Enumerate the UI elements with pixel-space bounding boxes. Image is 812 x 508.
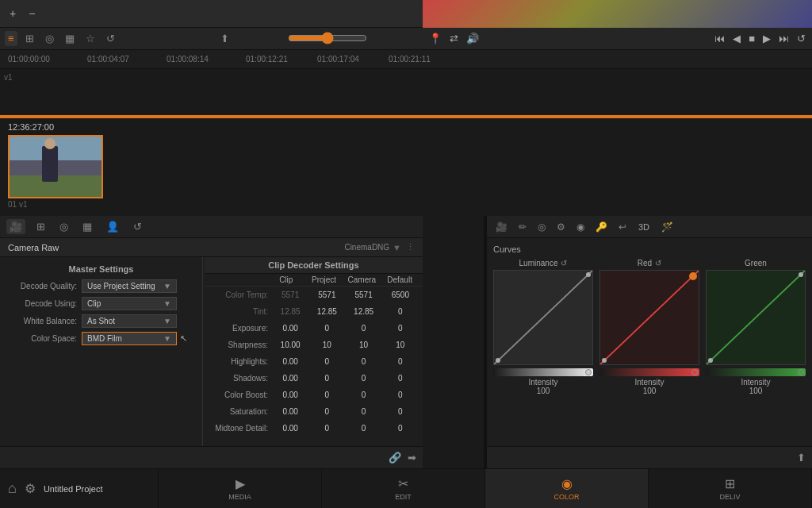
rp-3d-label[interactable]: 3D [635, 222, 653, 232]
decode-quality-dropdown[interactable]: Use Project Setting ▼ [82, 279, 177, 293]
timeline-icon-list[interactable]: ≡ [5, 31, 17, 46]
playhead-toolbar: 📍 ⇄ 🔊 ⏮ ◀ ■ ▶ ⏭ ↺ [423, 28, 812, 50]
cinema-dng-label: CinemaDNG [344, 243, 389, 252]
right-panel-icons: 🎥 ✏ ◎ ⚙ ◉ 🔑 ↩ 3D 🪄 [487, 216, 812, 238]
highlights-row: Highlights: 0.00 0 0 0 [205, 353, 423, 370]
panel-icon-person[interactable]: 👤 [103, 219, 122, 234]
rp-icon-pencil[interactable]: ✏ [516, 220, 529, 234]
color-temp-camera: 5571 [346, 291, 382, 299]
corner-dot-tr[interactable] [586, 272, 591, 277]
tint-default: 0 [382, 307, 419, 316]
exposure-default: 0 [382, 324, 419, 333]
tab-media[interactable]: ▶ MEDIA [159, 469, 322, 508]
luminance-slider[interactable] [493, 368, 593, 376]
green-corner-tr[interactable] [799, 272, 803, 277]
luminance-slider-handle[interactable] [585, 369, 592, 375]
tab-edit[interactable]: ✂ EDIT [322, 469, 485, 508]
play-button[interactable]: ▶ [763, 33, 771, 44]
rp-icon-hue[interactable]: ◎ [535, 220, 548, 234]
rp-icon-camera[interactable]: 🎥 [493, 220, 510, 234]
rp-icon-key[interactable]: 🔑 [593, 220, 610, 234]
highlights-default: 0 [382, 357, 419, 366]
col-camera: Camera [343, 275, 381, 284]
back-button[interactable]: ◀ [733, 33, 741, 44]
pin-button[interactable]: 📍 [429, 33, 442, 44]
home-button[interactable]: ⌂ [8, 480, 17, 497]
right-upload-icon[interactable]: ⬆ [797, 452, 806, 464]
red-slider-handle[interactable] [691, 369, 698, 375]
red-corner-bl[interactable] [602, 358, 607, 363]
panel-icon-bars[interactable]: ▦ [79, 219, 95, 234]
color-space-dropdown-btn[interactable]: BMD Film ▼ [82, 332, 177, 345]
green-curve-box: Green Intensity 100 [706, 259, 806, 395]
track-area: 12:36:27:00 01 v1 v1 [0, 69, 812, 216]
luminance-canvas[interactable] [493, 270, 593, 365]
panel-icon-refresh[interactable]: ↺ [130, 219, 145, 234]
red-slider[interactable] [599, 368, 699, 376]
panel-icon-camera[interactable]: 🎥 [6, 219, 25, 234]
color-temp-default: 6500 [382, 291, 419, 299]
rp-icon-magic[interactable]: 🪄 [659, 220, 676, 234]
saturation-camera: 0 [346, 407, 382, 416]
panel-link-icon[interactable]: 🔗 [389, 452, 401, 464]
green-canvas[interactable] [706, 270, 806, 365]
corner-dot-bl[interactable] [496, 358, 500, 363]
preview-area [423, 0, 812, 28]
timeline-icon-upload[interactable]: ⬆ [217, 31, 232, 46]
minus-button[interactable]: − [25, 6, 38, 21]
panel-arrow-icon[interactable]: ➡ [408, 452, 416, 464]
skip-fwd-button[interactable]: ⏭ [779, 33, 789, 44]
green-slider-handle[interactable] [798, 369, 804, 375]
green-corner-bl[interactable] [708, 358, 713, 363]
stop-button[interactable]: ■ [749, 33, 755, 44]
red-canvas[interactable] [599, 270, 699, 365]
rp-icon-circle[interactable]: ◉ [574, 220, 587, 234]
tint-project: 12.85 [308, 307, 345, 316]
bottom-left-controls: ⌂ ⚙ Untitled Project [0, 469, 159, 508]
exposure-clip: 0.00 [272, 324, 308, 333]
tab-deliver[interactable]: ⊞ DELIV [649, 469, 812, 508]
luminance-reset[interactable]: ↺ [561, 259, 567, 267]
sharpness-default: 10 [382, 341, 419, 349]
tab-deliver-icon: ⊞ [725, 476, 735, 491]
timeline-icon-bar[interactable]: ▦ [62, 31, 78, 46]
volume-button[interactable]: 🔊 [466, 33, 479, 44]
panel-icon-clock[interactable]: ◎ [56, 219, 71, 234]
svg-line-1 [600, 271, 699, 364]
rp-icon-settings[interactable]: ⚙ [554, 220, 568, 234]
panel-icon-grid[interactable]: ⊞ [33, 219, 48, 234]
tab-color[interactable]: ◉ COLOR [485, 469, 649, 508]
tab-edit-icon: ✂ [398, 476, 408, 491]
decode-using-dropdown[interactable]: Clip ▼ [82, 297, 177, 310]
timeline-icon-circle[interactable]: ◎ [42, 31, 57, 46]
tc-0: 01:00:00:00 [8, 55, 50, 64]
preview-thumbnail [423, 0, 812, 28]
rp-icon-arrow[interactable]: ↩ [616, 220, 629, 234]
red-reset[interactable]: ↺ [655, 259, 661, 267]
exposure-label: Exposure: [209, 324, 272, 333]
skip-back-button[interactable]: ⏮ [714, 33, 725, 44]
highlights-camera: 0 [346, 357, 382, 366]
red-intensity-val: 100 [599, 387, 699, 395]
white-balance-dropdown[interactable]: As Shot ▼ [82, 314, 177, 328]
timeline-scrubber[interactable] [288, 32, 367, 44]
settings-button[interactable]: ⚙ [25, 481, 36, 496]
clip-thumbnail[interactable] [8, 135, 103, 198]
timeline-icon-grid[interactable]: ⊞ [22, 31, 37, 46]
clip-label: 01 v1 [8, 200, 27, 209]
midtone-detail-label: Midtone Detail: [209, 424, 272, 433]
color-boost-project: 0 [308, 391, 345, 399]
timeline-icon-star[interactable]: ☆ [82, 31, 98, 46]
add-button[interactable]: + [6, 6, 19, 21]
repeat-button[interactable]: ↺ [797, 33, 806, 44]
timeline-icon-refresh[interactable]: ↺ [103, 31, 118, 46]
shuffle-button[interactable]: ⇄ [450, 33, 458, 44]
green-slider[interactable] [706, 368, 806, 376]
tab-media-icon: ▶ [236, 476, 245, 491]
svg-line-2 [707, 271, 805, 364]
color-space-cursor[interactable]: ↖ [180, 333, 187, 344]
midtone-detail-clip: 0.00 [272, 424, 308, 433]
bottom-tabs: ⌂ ⚙ Untitled Project ▶ MEDIA ✂ EDIT ◉ CO… [0, 468, 812, 508]
red-corner-tr[interactable] [689, 272, 697, 280]
tab-edit-label: EDIT [395, 493, 412, 501]
